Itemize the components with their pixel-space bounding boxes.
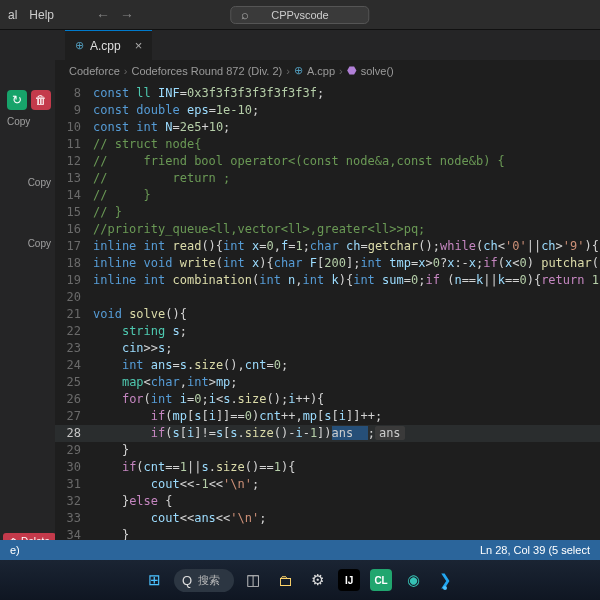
code-content[interactable]: string s; — [93, 323, 600, 340]
code-content[interactable]: if(cnt==1||s.size()==1){ — [93, 459, 600, 476]
code-line[interactable]: 17inline int read(){int x=0,f=1;char ch=… — [55, 238, 600, 255]
code-content[interactable]: map<char,int>mp; — [93, 374, 600, 391]
menu-help[interactable]: Help — [29, 8, 54, 22]
code-content[interactable]: inline int read(){int x=0,f=1;char ch=ge… — [93, 238, 600, 255]
code-content[interactable]: inline int combination(int n,int k){int … — [93, 272, 600, 289]
line-number: 26 — [55, 391, 93, 408]
line-number: 23 — [55, 340, 93, 357]
code-line[interactable]: 32 }else { — [55, 493, 600, 510]
code-content[interactable]: // } — [93, 204, 600, 221]
code-line[interactable]: 24 int ans=s.size(),cnt=0; — [55, 357, 600, 374]
code-line[interactable]: 28 if(s[i]!=s[s.size()-i-1])ans ;ans — [55, 425, 600, 442]
tab-bar: ⊕ A.cpp × — [55, 30, 600, 60]
status-left[interactable]: e) — [10, 544, 20, 556]
code-line[interactable]: 14// } — [55, 187, 600, 204]
code-content[interactable]: // struct node{ — [93, 136, 600, 153]
tab-close-icon[interactable]: × — [135, 38, 143, 53]
line-number: 8 — [55, 85, 93, 102]
side-panel: ↻ 🗑 Copy Copy Copy — [0, 30, 55, 560]
line-number: 11 — [55, 136, 93, 153]
clion-icon[interactable]: CL — [368, 567, 394, 593]
line-number: 18 — [55, 255, 93, 272]
intellij-icon[interactable]: IJ — [336, 567, 362, 593]
code-line[interactable]: 9const double eps=1e-10; — [55, 102, 600, 119]
settings-icon[interactable]: ⚙ — [304, 567, 330, 593]
nav-back-icon[interactable]: ← — [96, 7, 110, 23]
code-line[interactable]: 10const int N=2e5+10; — [55, 119, 600, 136]
copy-label-2[interactable]: Copy — [28, 177, 51, 188]
status-bar: e) Ln 28, Col 39 (5 select — [0, 540, 600, 560]
code-content[interactable]: const double eps=1e-10; — [93, 102, 600, 119]
code-content[interactable]: // return ; — [93, 170, 600, 187]
crumb-folder-2[interactable]: Codeforces Round 872 (Div. 2) — [131, 65, 282, 77]
code-content[interactable]: // } — [93, 187, 600, 204]
code-line[interactable]: 20 — [55, 289, 600, 306]
line-number: 25 — [55, 374, 93, 391]
breadcrumb[interactable]: Codeforce › Codeforces Round 872 (Div. 2… — [55, 60, 600, 81]
code-content[interactable]: const ll INF=0x3f3f3f3f3f3f3f3f; — [93, 85, 600, 102]
code-line[interactable]: 15// } — [55, 204, 600, 221]
start-button[interactable]: ⊞ — [142, 567, 168, 593]
code-line[interactable]: 33 cout<<ans<<'\n'; — [55, 510, 600, 527]
code-line[interactable]: 18inline void write(int x){char F[200];i… — [55, 255, 600, 272]
code-content[interactable]: // friend bool operator<(const node&a,co… — [93, 153, 600, 170]
code-content[interactable]: if(mp[s[i]]==0)cnt++,mp[s[i]]++; — [93, 408, 600, 425]
crumb-folder-1[interactable]: Codeforce — [69, 65, 120, 77]
chevron-right-icon: › — [286, 65, 290, 77]
intellisense-hint[interactable]: ans — [375, 426, 405, 440]
tab-a-cpp[interactable]: ⊕ A.cpp × — [65, 30, 152, 60]
code-line[interactable]: 29 } — [55, 442, 600, 459]
chevron-right-icon: › — [339, 65, 343, 77]
line-number: 27 — [55, 408, 93, 425]
code-line[interactable]: 13// return ; — [55, 170, 600, 187]
taskbar-search[interactable]: Q 搜索 — [174, 569, 234, 592]
search-placeholder: 搜索 — [198, 573, 220, 588]
windows-taskbar: ⊞ Q 搜索 ◫ 🗀 ⚙ IJ CL ◉ ❯ — [0, 560, 600, 600]
command-center[interactable]: CPPvscode — [230, 6, 369, 24]
menu-terminal[interactable]: al — [8, 8, 17, 22]
run-button[interactable]: ↻ — [7, 90, 27, 110]
copy-label-3[interactable]: Copy — [28, 238, 51, 249]
code-content[interactable]: cout<<ans<<'\n'; — [93, 510, 600, 527]
code-content[interactable]: if(s[i]!=s[s.size()-i-1])ans ;ans — [93, 425, 600, 442]
code-line[interactable]: 8const ll INF=0x3f3f3f3f3f3f3f3f; — [55, 85, 600, 102]
code-content[interactable]: int ans=s.size(),cnt=0; — [93, 357, 600, 374]
crumb-file[interactable]: A.cpp — [307, 65, 335, 77]
code-line[interactable]: 30 if(cnt==1||s.size()==1){ — [55, 459, 600, 476]
task-view-icon[interactable]: ◫ — [240, 567, 266, 593]
code-line[interactable]: 12// friend bool operator<(const node&a,… — [55, 153, 600, 170]
edge-icon[interactable]: ◉ — [400, 567, 426, 593]
code-line[interactable]: 27 if(mp[s[i]]==0)cnt++,mp[s[i]]++; — [55, 408, 600, 425]
code-line[interactable]: 11// struct node{ — [55, 136, 600, 153]
code-content[interactable]: cin>>s; — [93, 340, 600, 357]
code-line[interactable]: 26 for(int i=0;i<s.size();i++){ — [55, 391, 600, 408]
code-line[interactable]: 21void solve(){ — [55, 306, 600, 323]
code-content[interactable]: } — [93, 442, 600, 459]
line-number: 30 — [55, 459, 93, 476]
code-content[interactable]: for(int i=0;i<s.size();i++){ — [93, 391, 600, 408]
nav-forward-icon[interactable]: → — [120, 7, 134, 23]
code-content[interactable]: inline void write(int x){char F[200];int… — [93, 255, 600, 272]
file-explorer-icon[interactable]: 🗀 — [272, 567, 298, 593]
stop-button[interactable]: 🗑 — [31, 90, 51, 110]
code-content[interactable]: void solve(){ — [93, 306, 600, 323]
copy-label-1[interactable]: Copy — [7, 116, 51, 127]
code-line[interactable]: 19inline int combination(int n,int k){in… — [55, 272, 600, 289]
code-content[interactable]: //priority_queue<ll,vector<ll>,greater<l… — [93, 221, 600, 238]
code-line[interactable]: 16//priority_queue<ll,vector<ll>,greater… — [55, 221, 600, 238]
code-editor[interactable]: 8const ll INF=0x3f3f3f3f3f3f3f3f;9const … — [55, 81, 600, 560]
symbol-method-icon: ⬣ — [347, 64, 357, 77]
vscode-icon[interactable]: ❯ — [432, 567, 458, 593]
line-number: 17 — [55, 238, 93, 255]
chevron-right-icon: › — [124, 65, 128, 77]
code-line[interactable]: 25 map<char,int>mp; — [55, 374, 600, 391]
code-content[interactable] — [93, 289, 600, 306]
code-content[interactable]: const int N=2e5+10; — [93, 119, 600, 136]
code-line[interactable]: 23 cin>>s; — [55, 340, 600, 357]
code-content[interactable]: cout<<-1<<'\n'; — [93, 476, 600, 493]
code-line[interactable]: 22 string s; — [55, 323, 600, 340]
crumb-symbol[interactable]: solve() — [361, 65, 394, 77]
code-line[interactable]: 31 cout<<-1<<'\n'; — [55, 476, 600, 493]
code-content[interactable]: }else { — [93, 493, 600, 510]
status-cursor-position[interactable]: Ln 28, Col 39 (5 select — [480, 544, 590, 556]
